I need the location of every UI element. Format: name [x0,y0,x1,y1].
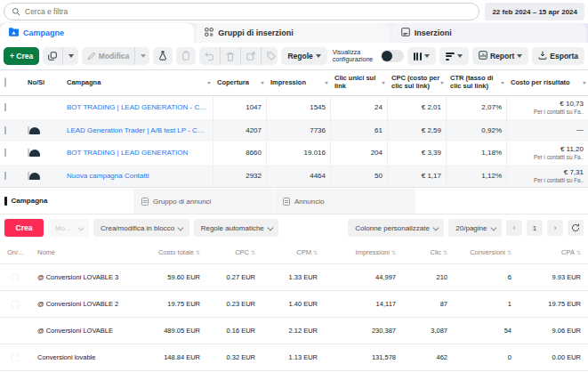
edit-button-bottom[interactable]: Modifica [48,219,89,237]
header-cpm[interactable]: CPM [262,248,325,256]
cell-costo-value: € 7,31 [564,168,584,176]
edit-button[interactable]: Modifica [82,47,134,65]
header-costo-risultato[interactable]: Costo per risultato [506,79,588,87]
select-all-checkbox[interactable] [4,77,6,87]
export-button[interactable]: Esporta [532,47,584,65]
delete-button[interactable] [220,47,240,65]
view-setup-toggle[interactable] [381,50,404,62]
report-button[interactable]: Report [472,47,528,65]
edit-dropdown[interactable] [134,47,149,65]
tab-inserzioni[interactable]: Inserzioni [392,23,586,43]
campaign-active-toggle[interactable] [28,172,29,180]
header-clic-bottom[interactable]: Clic [403,248,455,256]
tab-campagna-label: Campagna [12,197,48,205]
header-impressioni[interactable]: Impressioni [325,248,403,256]
cell-costo-totale: 59.60 EUR [129,273,207,281]
date-range-picker[interactable]: 22 feb 2024 – 15 apr 2024 [485,3,584,20]
page-size-select[interactable]: 20/pagine [448,219,502,237]
cell-impression: 4464 [266,165,330,188]
duplicate-dropdown[interactable] [62,47,78,65]
create-campaign-button[interactable]: Crea [4,219,44,237]
header-ctr[interactable]: CTR (tasso di clic sul link) [446,75,506,90]
custom-columns-button[interactable]: Colonne personalizzate [348,219,444,237]
refresh-button[interactable] [568,220,584,236]
search-bar[interactable] [4,3,479,20]
cell-cpm: 1.13 EUR [262,353,325,361]
row-checkbox[interactable] [4,149,6,157]
next-page-button[interactable] [547,220,563,236]
campaign-tab-bar-icon [4,197,7,206]
cell-clic: 210 [403,273,455,281]
tag-button[interactable] [261,47,278,65]
header-cpc-bottom[interactable]: CPC [207,248,262,256]
bottom-table-row: @ Conversioni LOVABLE 2 19.75 EUR 0.23 E… [0,291,588,318]
bottom-toolbar-right: Colonne personalizzate 20/pagine 1 [348,219,584,237]
share-button[interactable] [240,47,261,65]
campaign-name-link[interactable]: BOT TRADING | LEAD GENERATION - Copia [62,103,213,111]
rules-button[interactable]: Regole [281,47,326,65]
report-button-label: Report [490,52,514,61]
row-checkbox[interactable] [4,172,6,180]
tab-gruppi-di-inserzioni[interactable]: Gruppi di inserzioni [196,23,390,43]
cell-copertura: 4207 [213,119,266,142]
tab-annuncio[interactable]: Annuncio [275,189,415,214]
search-icon [12,4,20,20]
cell-costo-totale: 489.05 EUR [129,327,207,335]
bulk-edit-button[interactable]: Crea/modifica in blocco [93,219,189,237]
undo-button[interactable] [199,47,220,65]
row-checkbox[interactable] [4,103,6,111]
campaign-name[interactable]: @ Conversioni LOVABLE 2 [30,300,129,308]
header-select-all[interactable] [0,79,23,87]
cell-clic: 24 [330,96,387,119]
tab-campagna[interactable]: Campagna [0,188,133,214]
header-clic-unici[interactable]: Clic unici sul link [330,75,387,90]
campaign-name[interactable]: @ Conversioni LOVABLE [30,327,129,335]
campaign-name-link[interactable]: BOT TRADING | LEAD GENERATION [62,149,213,157]
header-cpc[interactable]: CPC (costo per clic sul link) [387,75,446,90]
campaign-name[interactable]: Conversioni lovable [30,353,129,361]
campaign-table-body: BOT TRADING | LEAD GENERATION - Copia 10… [0,96,588,187]
row-checkbox[interactable] [4,126,6,134]
campaign-table-row: LEAD Generation Trader | A/B test LP - C… [0,119,588,142]
header-costo-totale[interactable]: Costo totale [129,248,207,256]
prev-page-button[interactable] [506,220,522,236]
current-page-indicator: 1 [527,220,543,236]
view-setup-label: Visualizza configurazione [333,49,377,64]
header-on-off: On/... [0,248,30,256]
cell-clic: 462 [403,353,455,361]
breakdown-button[interactable] [439,47,469,65]
create-button[interactable]: + Crea [4,47,39,65]
search-input[interactable] [25,7,471,16]
tab-campagne[interactable]: Campagne [0,23,194,43]
cell-cpc: € 2,59 [387,119,446,142]
cell-costo: € 7,31 Per i contatti su Fa.. [506,165,588,188]
campaign-name[interactable]: @ Conversioni LOVABLE 3 [30,273,129,281]
header-cpa[interactable]: CPA [519,248,588,256]
campaign-name-link[interactable]: Nuova campagna Contatti [62,172,213,180]
header-copertura[interactable]: Copertura [213,79,266,87]
automated-rules-button[interactable]: Regole automatiche [194,219,279,237]
flask-icon [158,51,167,62]
actions-icon-group [199,47,278,65]
cell-impressioni: 14,117 [325,300,403,308]
campaign-active-toggle[interactable] [28,149,29,157]
campaign-name-link[interactable]: LEAD Generation Trader | A/B test LP - C… [62,126,213,134]
cell-costo-sublabel: Per i contatti su Fa.. [534,109,584,115]
cell-impression: 7736 [266,119,330,142]
pin-button[interactable] [176,47,196,65]
campaign-table-row: BOT TRADING | LEAD GENERATION - Copia 10… [0,96,588,119]
campaign-table-header: No/Si Campagna Copertura Impression Clic… [0,69,588,96]
ab-test-button[interactable] [153,47,173,65]
columns-button[interactable] [407,47,436,65]
chevron-down-icon [77,224,83,230]
campaign-active-toggle[interactable] [28,126,29,134]
header-campagna[interactable]: Campagna [62,79,213,87]
header-impression[interactable]: Impression [266,79,330,87]
tab-annuncio-label: Annuncio [294,198,324,206]
duplicate-button[interactable] [43,47,62,65]
cell-cpc: 0.32 EUR [207,353,262,361]
header-conversioni[interactable]: Conversioni [455,248,519,256]
tab-gruppo-di-annunci[interactable]: Gruppo di annunci [133,189,274,214]
cell-cpc: € 1,17 [387,165,446,188]
cell-clic: 50 [330,165,387,188]
